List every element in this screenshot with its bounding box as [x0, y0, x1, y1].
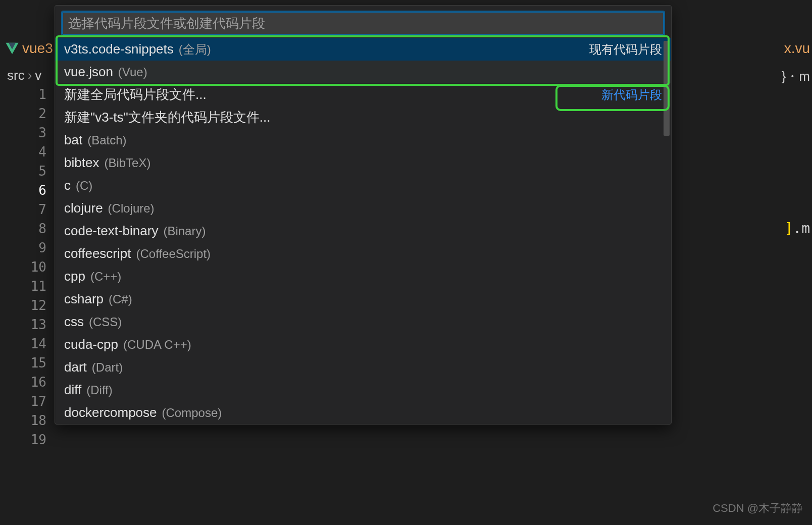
snippet-item[interactable]: bibtex (BibTeX): [55, 151, 671, 174]
snippet-item[interactable]: c (C): [55, 174, 671, 197]
snippet-item-hint: (CUDA C++): [123, 338, 191, 352]
line-number: 8: [0, 219, 46, 238]
snippet-item-label: dart: [64, 359, 87, 375]
snippet-item-hint: (Batch): [87, 133, 126, 147]
line-number: 15: [0, 353, 46, 373]
line-number: 18: [0, 411, 46, 430]
line-number: 3: [0, 123, 46, 142]
snippet-item[interactable]: 新建全局代码片段文件... 新代码片段: [55, 83, 671, 106]
line-number: 14: [0, 334, 46, 353]
snippet-item[interactable]: dockercompose (Compose): [55, 401, 671, 424]
snippet-item-hint: (CoffeeScript): [136, 247, 211, 261]
snippet-item-label: 新建全局代码片段文件...: [64, 86, 207, 103]
chevron-right-icon: ›: [28, 68, 32, 83]
snippet-item-hint: (Dart): [92, 360, 123, 375]
line-number: 4: [0, 142, 46, 162]
snippet-item-label: clojure: [64, 200, 103, 216]
breadcrumb[interactable]: src › v: [7, 68, 41, 83]
line-number: 12: [0, 296, 46, 315]
snippet-item[interactable]: bat (Batch): [55, 129, 671, 151]
snippet-item-label: css: [64, 314, 84, 330]
snippet-item[interactable]: dart (Dart): [55, 356, 671, 379]
code-bracket: ]: [784, 220, 793, 237]
snippet-item-label: bibtex: [64, 155, 99, 171]
snippet-item[interactable]: vue.json (Vue): [55, 61, 671, 83]
snippet-item-label: dockercompose: [64, 405, 157, 421]
snippet-search-input[interactable]: [68, 16, 658, 31]
line-number: 1: [0, 85, 46, 104]
section-label-existing: 现有代码片段: [589, 41, 662, 58]
snippet-item-hint: (BibTeX): [104, 156, 150, 170]
tab-right-cropped: x.vu: [784, 36, 810, 61]
snippet-item-label: diff: [64, 382, 81, 398]
snippet-item-label: code-text-binary: [64, 223, 158, 239]
line-number: 2: [0, 104, 46, 123]
snippet-item-label: 新建"v3-ts"文件夹的代码片段文件...: [64, 109, 270, 126]
line-number: 9: [0, 238, 46, 257]
snippet-item-label: bat: [64, 132, 82, 148]
line-number: 7: [0, 200, 46, 219]
section-label-new: 新代码片段: [601, 87, 662, 103]
snippet-item-hint: (C++): [90, 270, 121, 284]
snippet-item[interactable]: v3ts.code-snippets (全局) 现有代码片段: [55, 38, 671, 61]
snippet-item[interactable]: coffeescript (CoffeeScript): [55, 242, 671, 265]
snippet-search-input-wrap[interactable]: [62, 12, 664, 35]
snippet-item-label: vue.json: [64, 64, 113, 80]
line-number: 16: [0, 373, 46, 392]
snippet-item[interactable]: clojure (Clojure): [55, 197, 671, 220]
snippet-item[interactable]: cuda-cpp (CUDA C++): [55, 333, 671, 356]
line-number: 13: [0, 315, 46, 334]
snippet-item-label: coffeescript: [64, 246, 131, 261]
snippet-item-label: c: [64, 178, 71, 193]
snippet-item[interactable]: 新建"v3-ts"文件夹的代码片段文件...: [55, 106, 671, 129]
vue-file-icon: [5, 41, 19, 56]
line-number: 6: [0, 181, 46, 200]
line-number: 5: [0, 162, 46, 181]
snippet-item[interactable]: csharp (C#): [55, 288, 671, 310]
snippet-item-hint: (Clojure): [108, 201, 155, 216]
code-dot-m: .m: [793, 220, 810, 237]
watermark: CSDN @木子静静: [713, 501, 803, 516]
snippet-item-hint: (C): [76, 179, 92, 193]
snippet-item[interactable]: code-text-binary (Binary): [55, 220, 671, 242]
snippet-item-label: cuda-cpp: [64, 337, 118, 352]
line-number: 10: [0, 257, 46, 277]
snippet-item-label: v3ts.code-snippets: [64, 41, 174, 57]
snippet-item-hint: (C#): [109, 292, 132, 306]
snippet-item-hint: (Compose): [162, 406, 222, 420]
editor-tab[interactable]: vue3: [0, 36, 53, 61]
snippet-picker: v3ts.code-snippets (全局) 现有代码片段 vue.json …: [55, 5, 672, 425]
snippet-item-hint: (Binary): [163, 224, 206, 238]
snippet-item-hint: (Diff): [86, 383, 113, 397]
breadcrumb-part: v: [35, 68, 41, 83]
snippet-item[interactable]: diff (Diff): [55, 379, 671, 401]
line-number-gutter: 12345678910111213141516171819: [0, 85, 46, 449]
scrollbar-thumb[interactable]: [664, 41, 670, 136]
snippet-item-hint: (Vue): [118, 65, 147, 79]
snippet-item[interactable]: css (CSS): [55, 310, 671, 333]
snippet-item-hint: (CSS): [89, 315, 122, 329]
snippet-item-label: csharp: [64, 291, 104, 307]
line-number: 17: [0, 392, 46, 411]
snippet-list: v3ts.code-snippets (全局) 现有代码片段 vue.json …: [55, 38, 671, 424]
breadcrumb-part: src: [7, 68, 25, 83]
line-number: 19: [0, 430, 46, 449]
snippet-item-label: cpp: [64, 269, 85, 284]
tab-label: vue3: [22, 40, 53, 57]
line-number: 11: [0, 277, 46, 296]
breadcrumb-meta-right: }・m: [782, 68, 810, 85]
snippet-item-hint: (全局): [179, 41, 211, 58]
snippet-item[interactable]: cpp (C++): [55, 265, 671, 288]
